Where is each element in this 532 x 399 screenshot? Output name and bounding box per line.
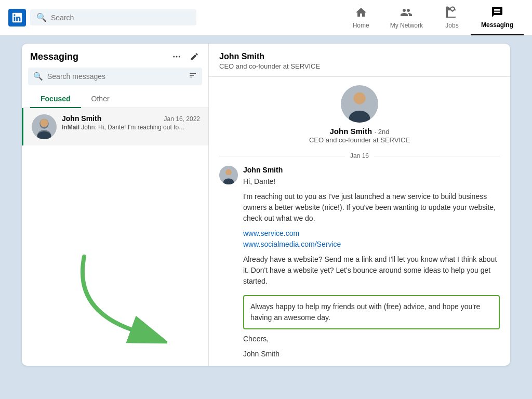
message-sender: John Smith <box>243 166 500 174</box>
linkedin-logo[interactable] <box>8 9 26 26</box>
conversation-item[interactable]: John Smith Jan 16, 2022 InMail John: Hi,… <box>22 108 208 145</box>
msg-greeting: Hi, Dante! <box>243 176 500 187</box>
search-input[interactable] <box>51 14 190 22</box>
message-content: John Smith Hi, Dante! I'm reaching out t… <box>243 166 500 364</box>
search-messages-input[interactable] <box>47 72 184 81</box>
arrow-area <box>22 229 208 366</box>
conv-preview: InMail John: Hi, Dante! I'm reaching out… <box>62 124 187 131</box>
profile-name: John Smith <box>329 127 372 136</box>
conv-date: Jan 16, 2022 <box>164 115 200 123</box>
msg-link1[interactable]: www.service.com <box>243 228 500 239</box>
home-label: Home <box>353 22 369 29</box>
pane-contact-subtitle: CEO and co-founder at SERVICE <box>219 62 500 70</box>
top-navigation: 🔍 Home My Network Jobs Messaging <box>0 0 532 35</box>
nav-messaging[interactable]: Messaging <box>471 0 524 35</box>
sidebar-header: Messaging <box>22 44 208 68</box>
conv-name: John Smith <box>62 114 101 123</box>
message-text: Hi, Dante! I'm reaching out to you as I'… <box>243 176 500 360</box>
home-icon <box>355 6 367 21</box>
svg-point-6 <box>40 119 48 127</box>
tab-other[interactable]: Other <box>81 90 120 108</box>
date-label: Jan 16 <box>350 152 369 159</box>
profile-name-row: John Smith · 2nd <box>329 127 389 136</box>
nav-my-network[interactable]: My Network <box>380 0 433 35</box>
search-messages-icon: 🔍 <box>33 72 43 81</box>
profile-avatar <box>341 85 378 123</box>
date-divider: Jan 16 <box>219 152 500 159</box>
conv-preview-label: InMail <box>62 124 79 131</box>
pane-contact-name: John Smith <box>219 52 500 61</box>
network-icon <box>400 6 413 21</box>
msg-para2: Already have a website? Send me a link a… <box>243 254 500 287</box>
more-options-button[interactable] <box>171 51 182 62</box>
message-pane-header: John Smith CEO and co-founder at SERVICE <box>209 44 510 77</box>
filter-icon[interactable] <box>189 71 197 82</box>
msg-para1: I'm reaching out to you as I've just lau… <box>243 191 500 224</box>
nav-jobs[interactable]: Jobs <box>433 0 471 35</box>
conversation-info: John Smith Jan 16, 2022 InMail John: Hi,… <box>62 114 200 131</box>
conv-preview-text: John: Hi, Dante! I'm reaching out to you… <box>81 124 187 131</box>
message-pane: John Smith CEO and co-founder at SERVICE… <box>209 44 510 366</box>
profile-degree: · 2nd <box>375 128 390 136</box>
green-arrow <box>63 246 167 350</box>
svg-point-0 <box>173 56 175 58</box>
sidebar-actions <box>171 51 200 62</box>
jobs-icon <box>446 6 458 21</box>
messaging-icon <box>491 6 503 20</box>
msg-link2[interactable]: www.socialmedia.com/Service <box>243 239 500 250</box>
my-network-label: My Network <box>390 22 423 29</box>
message-highlight: Always happy to help my friends out with… <box>243 295 500 329</box>
conversation-avatar <box>32 114 57 139</box>
search-messages-bar[interactable]: 🔍 <box>28 68 202 85</box>
search-icon: 🔍 <box>36 12 47 22</box>
profile-section: John Smith · 2nd CEO and co-founder at S… <box>219 85 500 144</box>
message-avatar <box>219 166 238 184</box>
search-bar[interactable]: 🔍 <box>30 9 196 25</box>
jobs-label: Jobs <box>445 22 458 29</box>
message-tabs: Focused Other <box>22 90 208 108</box>
msg-closing1: Cheers, <box>243 334 500 344</box>
message-row: John Smith Hi, Dante! I'm reaching out t… <box>219 166 500 364</box>
sidebar-title: Messaging <box>30 51 78 62</box>
nav-home[interactable]: Home <box>342 0 380 35</box>
nav-items: Home My Network Jobs Messaging <box>342 0 524 35</box>
messaging-label: Messaging <box>481 21 513 29</box>
main-content: Messaging 🔍 Focused <box>0 35 532 399</box>
svg-point-13 <box>225 169 232 176</box>
conversation-list: John Smith Jan 16, 2022 InMail John: Hi,… <box>22 108 208 229</box>
profile-role: CEO and co-founder at SERVICE <box>309 136 410 144</box>
messaging-card: Messaging 🔍 Focused <box>22 44 510 366</box>
tab-focused[interactable]: Focused <box>30 90 81 108</box>
sidebar: Messaging 🔍 Focused <box>22 44 209 366</box>
message-body: John Smith · 2nd CEO and co-founder at S… <box>209 77 510 366</box>
svg-point-10 <box>353 92 365 104</box>
compose-button[interactable] <box>189 51 200 62</box>
svg-point-1 <box>176 56 178 58</box>
msg-closing2: John Smith <box>243 349 500 360</box>
svg-point-2 <box>179 56 180 58</box>
